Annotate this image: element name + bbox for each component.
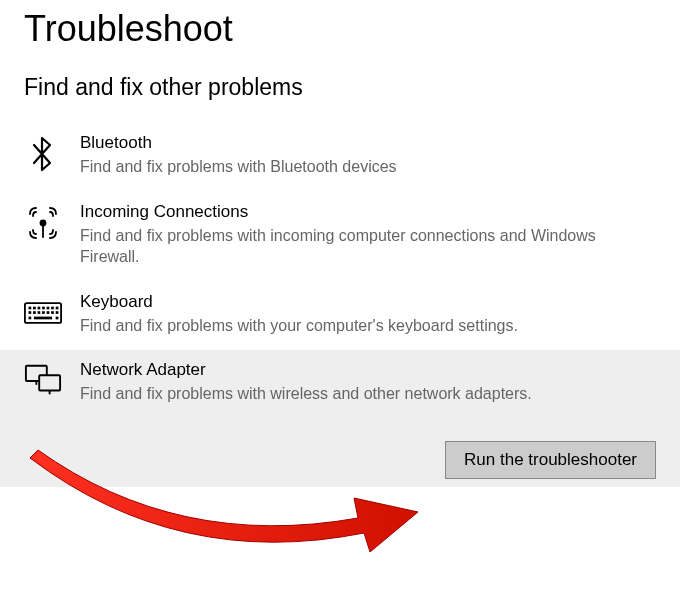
item-title: Keyboard	[80, 292, 656, 312]
svg-rect-18	[56, 316, 59, 319]
troubleshoot-item-incoming-connections[interactable]: Incoming Connections Find and fix proble…	[0, 192, 680, 282]
section-title: Find and fix other problems	[0, 66, 680, 123]
svg-rect-13	[47, 311, 50, 314]
svg-rect-8	[56, 306, 59, 309]
bluetooth-icon	[24, 135, 62, 173]
svg-rect-3	[33, 306, 36, 309]
item-desc: Find and fix problems with Bluetooth dev…	[80, 156, 656, 178]
svg-rect-4	[38, 306, 41, 309]
troubleshoot-item-keyboard[interactable]: Keyboard Find and fix problems with your…	[0, 282, 680, 351]
svg-rect-2	[29, 306, 32, 309]
item-title: Network Adapter	[80, 360, 656, 380]
troubleshoot-list: Bluetooth Find and fix problems with Blu…	[0, 123, 680, 487]
troubleshoot-item-bluetooth[interactable]: Bluetooth Find and fix problems with Blu…	[0, 123, 680, 192]
page-title: Troubleshoot	[0, 0, 680, 66]
item-title: Bluetooth	[80, 133, 656, 153]
troubleshoot-item-network-adapter[interactable]: Network Adapter Find and fix problems wi…	[0, 350, 680, 423]
network-adapter-icon	[24, 362, 62, 400]
svg-rect-16	[29, 316, 32, 319]
svg-rect-12	[42, 311, 45, 314]
svg-rect-11	[38, 311, 41, 314]
run-troubleshooter-button[interactable]: Run the troubleshooter	[445, 441, 656, 479]
item-desc: Find and fix problems with incoming comp…	[80, 225, 656, 268]
svg-rect-14	[51, 311, 54, 314]
item-title: Incoming Connections	[80, 202, 656, 222]
svg-rect-5	[42, 306, 45, 309]
svg-rect-20	[39, 376, 60, 391]
svg-rect-6	[47, 306, 50, 309]
incoming-connections-icon	[24, 204, 62, 242]
svg-rect-10	[33, 311, 36, 314]
keyboard-icon	[24, 294, 62, 332]
svg-rect-7	[51, 306, 54, 309]
svg-rect-17	[34, 316, 52, 319]
svg-rect-9	[29, 311, 32, 314]
item-desc: Find and fix problems with your computer…	[80, 315, 656, 337]
svg-rect-15	[56, 311, 59, 314]
item-desc: Find and fix problems with wireless and …	[80, 383, 656, 405]
